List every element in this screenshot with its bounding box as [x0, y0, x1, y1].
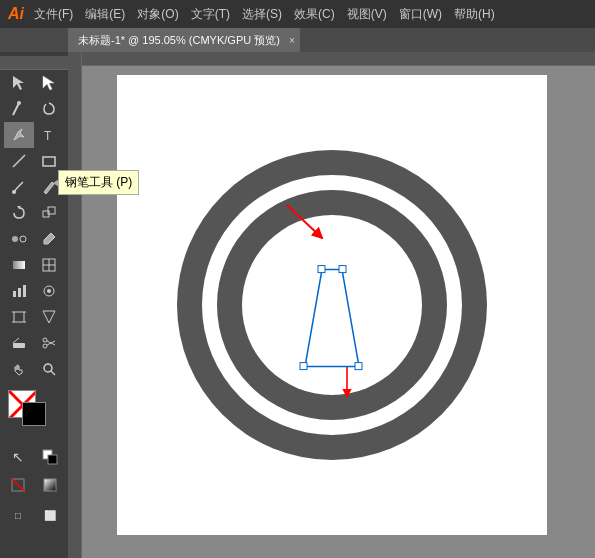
- magic-wand-tool[interactable]: [4, 96, 34, 122]
- stroke-swatch[interactable]: [22, 402, 46, 426]
- svg-point-34: [44, 364, 52, 372]
- scissors-tool[interactable]: [34, 330, 64, 356]
- svg-line-5: [13, 155, 25, 167]
- swap-icon[interactable]: ↖: [3, 444, 33, 470]
- svg-line-35: [51, 371, 55, 375]
- scale-tool[interactable]: [34, 200, 64, 226]
- type-tool[interactable]: T: [34, 122, 64, 148]
- svg-rect-27: [13, 343, 25, 348]
- blend-tool[interactable]: [4, 226, 34, 252]
- eraser-tool[interactable]: [4, 330, 34, 356]
- rotate-tool[interactable]: [4, 200, 34, 226]
- mode-icons: □ ⬜: [3, 502, 65, 528]
- chart-tool[interactable]: [4, 278, 34, 304]
- tool-row-4: [0, 148, 68, 174]
- menu-window[interactable]: 窗口(W): [399, 6, 442, 23]
- tool-row-12: [0, 356, 68, 382]
- svg-rect-6: [43, 157, 55, 166]
- artboard-tool[interactable]: [4, 304, 34, 330]
- normal-mode[interactable]: □: [3, 502, 33, 528]
- svg-point-30: [43, 338, 47, 342]
- canvas-area: [68, 52, 595, 558]
- app-logo: Ai: [8, 5, 24, 23]
- tab-label: 未标题-1* @ 195.05% (CMYK/GPU 预览): [78, 33, 280, 48]
- menu-effect[interactable]: 效果(C): [294, 6, 335, 23]
- tool-row-5: [0, 174, 68, 200]
- tool-row-6: [0, 200, 68, 226]
- menu-text[interactable]: 文字(T): [191, 6, 230, 23]
- color-swatches: [0, 390, 68, 440]
- eyedropper-tool[interactable]: [34, 226, 64, 252]
- main-layout: T: [0, 52, 595, 558]
- menu-help[interactable]: 帮助(H): [454, 6, 495, 23]
- svg-rect-13: [13, 261, 25, 269]
- svg-marker-43: [305, 270, 359, 367]
- mesh-tool[interactable]: [34, 252, 64, 278]
- title-bar: Ai 文件(F) 编辑(E) 对象(O) 文字(T) 选择(S) 效果(C) 视…: [0, 0, 595, 28]
- tool-row-3: T: [0, 122, 68, 148]
- selection-tool[interactable]: [4, 70, 34, 96]
- view-icons: [3, 472, 65, 498]
- menu-select[interactable]: 选择(S): [242, 6, 282, 23]
- svg-rect-18: [18, 288, 21, 297]
- menu-file[interactable]: 文件(F): [34, 6, 73, 23]
- menu-edit[interactable]: 编辑(E): [85, 6, 125, 23]
- gradient-tool[interactable]: [4, 252, 34, 278]
- fullscreen-mode[interactable]: ⬜: [35, 502, 65, 528]
- svg-rect-39: [48, 455, 57, 464]
- tool-row-8: [0, 252, 68, 278]
- document-tab[interactable]: 未标题-1* @ 195.05% (CMYK/GPU 预览) ×: [68, 28, 300, 52]
- pencil-tool[interactable]: [34, 174, 64, 200]
- bottom-icons: ↖: [3, 444, 65, 470]
- svg-line-2: [13, 103, 19, 115]
- trapezoid-container[interactable]: [287, 262, 377, 386]
- svg-point-21: [47, 289, 51, 293]
- tab-bar: 未标题-1* @ 195.05% (CMYK/GPU 预览) ×: [0, 28, 595, 52]
- direct-selection-tool[interactable]: [34, 70, 64, 96]
- reset-icon[interactable]: [35, 444, 65, 470]
- svg-rect-19: [23, 285, 26, 297]
- menu-view[interactable]: 视图(V): [347, 6, 387, 23]
- ruler-corner: [0, 56, 68, 70]
- tool-row-9: [0, 278, 68, 304]
- svg-rect-45: [339, 266, 346, 273]
- svg-point-31: [43, 344, 47, 348]
- zoom-tool[interactable]: [34, 356, 64, 382]
- svg-text:T: T: [44, 129, 52, 143]
- svg-marker-0: [13, 76, 24, 90]
- rectangle-tool[interactable]: [34, 148, 64, 174]
- svg-rect-42: [44, 479, 56, 491]
- paintbrush-tool[interactable]: [4, 174, 34, 200]
- slice-tool[interactable]: [34, 304, 64, 330]
- tool-row-2: [0, 96, 68, 122]
- hand-tool[interactable]: [4, 356, 34, 382]
- menu-bar: 文件(F) 编辑(E) 对象(O) 文字(T) 选择(S) 效果(C) 视图(V…: [34, 6, 495, 23]
- tab-close-button[interactable]: ×: [289, 35, 295, 46]
- line-tool[interactable]: [4, 148, 34, 174]
- symbol-tool[interactable]: [34, 278, 64, 304]
- svg-rect-44: [318, 266, 325, 273]
- svg-rect-22: [14, 312, 24, 322]
- trapezoid-svg: [287, 262, 377, 382]
- left-toolbar: T: [0, 52, 68, 558]
- circles-artwork: [177, 150, 487, 460]
- svg-point-12: [20, 236, 26, 242]
- tool-row-1: [0, 70, 68, 96]
- svg-rect-46: [300, 363, 307, 370]
- tool-row-7: [0, 226, 68, 252]
- art-canvas[interactable]: [117, 75, 547, 535]
- gradient-swatch[interactable]: [35, 472, 65, 498]
- none-icon[interactable]: [3, 472, 33, 498]
- svg-point-7: [12, 190, 16, 194]
- svg-rect-47: [355, 363, 362, 370]
- svg-point-3: [17, 101, 21, 105]
- svg-rect-17: [13, 291, 16, 297]
- pen-tool[interactable]: [4, 122, 34, 148]
- svg-line-28: [13, 338, 19, 343]
- menu-object[interactable]: 对象(O): [137, 6, 178, 23]
- svg-point-11: [12, 236, 18, 242]
- tool-row-10: [0, 304, 68, 330]
- ruler-vertical: [68, 52, 82, 558]
- lasso-tool[interactable]: [34, 96, 64, 122]
- ruler-horizontal: [68, 52, 595, 66]
